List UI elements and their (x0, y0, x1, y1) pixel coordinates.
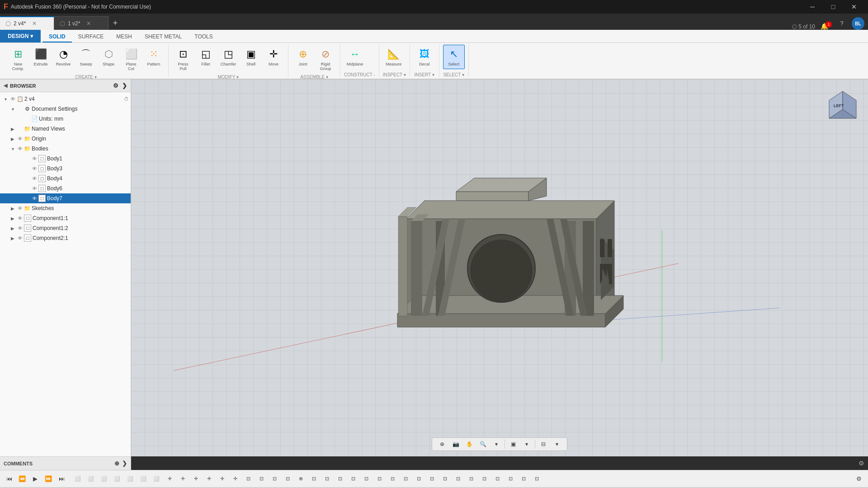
timeline-prev-button[interactable]: ⏪ (16, 473, 28, 485)
vis-body6-icon[interactable]: 👁 (31, 185, 38, 192)
select-tool-button[interactable]: ↖ Select (443, 45, 465, 69)
extrude-button[interactable]: ⬛ Extrude (30, 45, 52, 69)
tree-item-units[interactable]: 📄 Units: mm (0, 114, 131, 124)
vp-home-button[interactable]: ⊕ (436, 439, 448, 450)
expand-named-views-icon[interactable]: ▶ (9, 125, 16, 132)
vp-display-drop[interactable]: ▾ (520, 439, 533, 450)
notification-badge[interactable]: 🔔 1 (821, 23, 832, 30)
expand-root-icon[interactable]: ▾ (2, 95, 9, 103)
tree-item-body4[interactable]: 👁 □ Body4 (0, 174, 131, 183)
btool-28[interactable]: ⊡ (425, 473, 438, 485)
viewport[interactable]: LEFT ⊕ 📷 ✋ 🔍 ▾ ▣ ▾ ⊟ ▾ (131, 80, 868, 456)
vis-bodies-icon[interactable]: 👁 (16, 145, 24, 152)
vis-body4-icon[interactable]: 👁 (31, 175, 38, 182)
tree-item-body1[interactable]: 👁 □ Body1 (0, 154, 131, 164)
vp-grid-drop[interactable]: ▾ (551, 439, 563, 450)
btool-9[interactable]: ✛ (176, 473, 189, 485)
timeline-settings-button[interactable]: ⚙ (853, 473, 865, 485)
sweep-button[interactable]: ⌒ Sweep (75, 45, 97, 69)
vp-grid-button[interactable]: ⊟ (537, 439, 550, 450)
btool-8[interactable]: ✛ (163, 473, 176, 485)
tree-item-body7[interactable]: 👁 □ Body7 (0, 193, 131, 203)
btool-1[interactable]: ⬜ (71, 473, 84, 485)
settings-icon[interactable]: ⚙ (859, 460, 864, 467)
shell-button[interactable]: ▣ Shell (240, 45, 262, 69)
tree-item-doc-settings[interactable]: ▾ ⚙ Document Settings (0, 104, 131, 114)
btool-5[interactable]: ⬜ (124, 473, 137, 485)
tab-inactive[interactable]: ⬡ 1 v2* ✕ (54, 16, 108, 30)
press-pull-button[interactable]: ⊡ Press Pull (172, 45, 194, 74)
btool-14[interactable]: ⊡ (242, 473, 255, 485)
btool-27[interactable]: ⊡ (412, 473, 425, 485)
btool-15[interactable]: ⊡ (255, 473, 268, 485)
tab-surface[interactable]: SURFACE (72, 32, 110, 42)
comments-collapse-icon[interactable]: ❯ (122, 460, 127, 467)
tree-item-body3[interactable]: 👁 □ Body3 (0, 164, 131, 174)
maximize-button[interactable]: □ (823, 0, 844, 14)
tab-solid[interactable]: SOLID (42, 32, 72, 42)
expand-bodies-icon[interactable]: ▾ (9, 145, 16, 152)
vis-c12-icon[interactable]: 👁 (16, 225, 24, 232)
help-button[interactable]: ? (835, 17, 848, 30)
btool-21[interactable]: ⊡ (334, 473, 346, 485)
expand-c12-icon[interactable]: ▶ (9, 225, 16, 232)
btool-20[interactable]: ⊡ (321, 473, 333, 485)
vis-root-icon[interactable]: 👁 (9, 95, 16, 103)
tree-item-component12[interactable]: ▶ 👁 □ Component1:2 (0, 223, 131, 233)
vp-pan-button[interactable]: ✋ (463, 439, 476, 450)
measure-button[interactable]: 📐 Measure (383, 45, 405, 69)
btool-6[interactable]: ⬜ (137, 473, 150, 485)
fillet-button[interactable]: ◱ Fillet (195, 45, 217, 69)
tree-item-component21[interactable]: ▶ 👁 □ Component2:1 (0, 233, 131, 243)
revolve-button[interactable]: ◔ Revolve (52, 45, 74, 69)
expand-c11-icon[interactable]: ▶ (9, 215, 16, 222)
move-button[interactable]: ✛ Move (263, 45, 284, 69)
browser-settings-icon[interactable]: ⚙ (113, 82, 118, 89)
tab-mesh[interactable]: MESH (110, 32, 138, 42)
tree-item-origin[interactable]: ▶ 👁 📁 Origin (0, 134, 131, 144)
close-button[interactable]: ✕ (844, 0, 864, 14)
browser-collapse-icon[interactable]: ❯ (122, 82, 127, 89)
design-button[interactable]: DESIGN ▾ (0, 30, 41, 42)
pattern-button[interactable]: ⁙ Pattern (143, 45, 165, 69)
rigid-group-button[interactable]: ⊘ Rigid Group (315, 45, 336, 74)
shape-button[interactable]: ⬡ Shape (98, 45, 119, 69)
btool-34[interactable]: ⊡ (504, 473, 517, 485)
timeline-start-button[interactable]: ⏮ (3, 473, 15, 485)
vp-display-button[interactable]: ▣ (507, 439, 519, 450)
btool-2[interactable]: ⬜ (85, 473, 97, 485)
btool-30[interactable]: ⊡ (452, 473, 464, 485)
btool-24[interactable]: ⊡ (373, 473, 386, 485)
btool-32[interactable]: ⊡ (478, 473, 491, 485)
btool-13[interactable]: ✛ (229, 473, 241, 485)
timeline-play-button[interactable]: ▶ (29, 473, 42, 485)
expand-origin-icon[interactable]: ▶ (9, 135, 16, 142)
tree-item-root[interactable]: ▾ 👁 📋 2 v4 ⏱ (0, 94, 131, 104)
tree-item-named-views[interactable]: ▶ 📁 Named Views (0, 124, 131, 134)
minimize-button[interactable]: ─ (802, 0, 823, 14)
timeline-next-button[interactable]: ⏩ (42, 473, 55, 485)
expand-c21-icon[interactable]: ▶ (9, 235, 16, 242)
tab-tools[interactable]: TOOLS (188, 32, 219, 42)
btool-17[interactable]: ⊡ (281, 473, 294, 485)
tab-active[interactable]: ⬡ 2 v4* ✕ (0, 16, 54, 30)
vis-body1-icon[interactable]: 👁 (31, 155, 38, 162)
vis-c21-icon[interactable]: 👁 (16, 235, 24, 242)
tab-close-icon-2[interactable]: ✕ (86, 20, 91, 27)
decal-button[interactable]: 🖼 Decal (414, 45, 435, 69)
tab-sheetmetal[interactable]: SHEET METAL (138, 32, 188, 42)
plane-cut-button[interactable]: ⬜ Plane Cut (120, 45, 142, 74)
btool-11[interactable]: ✛ (203, 473, 215, 485)
btool-7[interactable]: ⬜ (150, 473, 163, 485)
btool-25[interactable]: ⊡ (386, 473, 399, 485)
btool-22[interactable]: ⊡ (347, 473, 359, 485)
btool-23[interactable]: ⊡ (360, 473, 373, 485)
tree-item-sketches[interactable]: ▶ 👁 📁 Sketches (0, 203, 131, 213)
vis-origin-icon[interactable]: 👁 (16, 135, 24, 142)
vp-zoom-button[interactable]: 🔍 (476, 439, 489, 450)
btool-33[interactable]: ⊡ (491, 473, 504, 485)
btool-26[interactable]: ⊡ (399, 473, 412, 485)
btool-35[interactable]: ⊡ (517, 473, 530, 485)
midplane-button[interactable]: ↔ Midplane (344, 45, 366, 69)
new-component-button[interactable]: ⊞ New Comp. (7, 45, 29, 74)
